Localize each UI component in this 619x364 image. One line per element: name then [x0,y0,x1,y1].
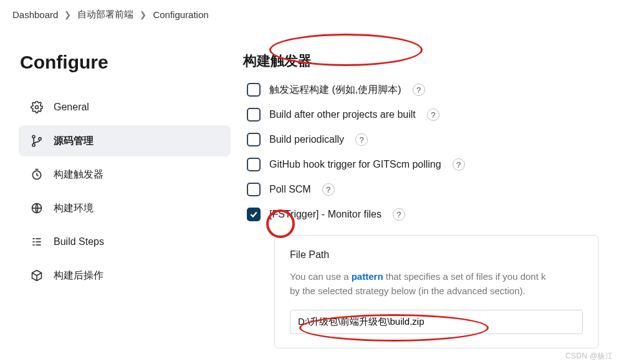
checkbox[interactable] [247,108,261,122]
help-icon[interactable]: ? [413,84,425,96]
nav-item-general[interactable]: General [19,92,231,123]
fstrigger-panel: File Path You can use a pattern that spe… [274,235,598,348]
nav-label: 构建触发器 [54,168,103,181]
option-poll-scm[interactable]: Poll SCM ? [247,183,613,196]
svg-point-0 [36,106,39,109]
option-remote-trigger[interactable]: 触发远程构建 (例如,使用脚本) ? [247,83,613,97]
checkbox-checked[interactable] [247,208,261,221]
option-label: Build periodically [269,134,344,145]
breadcrumb-project[interactable]: 自动部署前端 [77,9,133,21]
nav-item-scm[interactable]: 源码管理 [19,125,231,156]
field-label-filepath: File Path [290,249,583,261]
checkbox[interactable] [247,158,261,171]
steps-icon [30,235,44,249]
gear-icon [30,100,44,114]
cube-icon [30,269,44,282]
section-title-triggers: 构建触发器 [243,52,613,70]
sidebar: Configure General 源码管理 构建触发器 [0,27,243,348]
help-icon[interactable]: ? [427,108,439,121]
nav-label: 构建环境 [54,202,94,215]
svg-point-1 [32,135,35,138]
option-github-hook[interactable]: GitHub hook trigger for GITScm polling ? [247,158,613,171]
nav-label: 源码管理 [54,135,94,148]
nav-label: 构建后操作 [54,269,103,282]
help-icon[interactable]: ? [453,158,465,171]
option-label: Poll SCM [269,184,311,195]
option-label: [FSTrigger] - Monitor files [269,209,381,220]
breadcrumb-configuration[interactable]: Configuration [153,9,208,20]
nav-item-triggers[interactable]: 构建触发器 [19,159,231,190]
option-fstrigger[interactable]: [FSTrigger] - Monitor files ? [247,208,613,221]
page-title: Configure [20,52,231,73]
svg-point-3 [39,138,41,140]
filepath-input[interactable] [290,310,583,334]
chevron-right-icon: ❯ [140,10,146,19]
nav-item-env[interactable]: 构建环境 [19,193,231,224]
option-build-periodically[interactable]: Build periodically ? [247,133,613,146]
nav-label: Build Steps [54,236,104,247]
option-label: 触发远程构建 (例如,使用脚本) [269,84,401,97]
checkbox[interactable] [247,133,261,146]
checkbox[interactable] [247,183,261,196]
chevron-right-icon: ❯ [64,10,71,19]
breadcrumb-dashboard[interactable]: Dashboard [12,9,58,20]
option-build-after[interactable]: Build after other projects are built ? [247,108,613,122]
help-icon[interactable]: ? [355,133,368,146]
breadcrumb: Dashboard ❯ 自动部署前端 ❯ Configuration [0,0,619,27]
help-icon[interactable]: ? [393,208,405,221]
globe-icon [30,201,44,215]
nav-item-post[interactable]: 构建后操作 [19,260,231,291]
option-label: GitHub hook trigger for GITScm polling [269,159,441,170]
branch-icon [30,134,44,148]
nav-label: General [54,102,89,113]
checkbox[interactable] [247,83,261,97]
nav: General 源码管理 构建触发器 构建环境 [19,92,231,294]
nav-item-steps[interactable]: Build Steps [19,226,231,257]
pattern-link[interactable]: pattern [352,271,383,282]
main-content: 构建触发器 触发远程构建 (例如,使用脚本) ? Build after oth… [243,27,619,348]
watermark: CSDN @杨江 [565,351,613,362]
svg-point-2 [32,144,35,146]
field-description: You can use a pattern that specifies a s… [290,269,583,299]
option-label: Build after other projects are built [269,109,416,120]
help-icon[interactable]: ? [322,183,335,196]
stopwatch-icon [30,168,44,181]
